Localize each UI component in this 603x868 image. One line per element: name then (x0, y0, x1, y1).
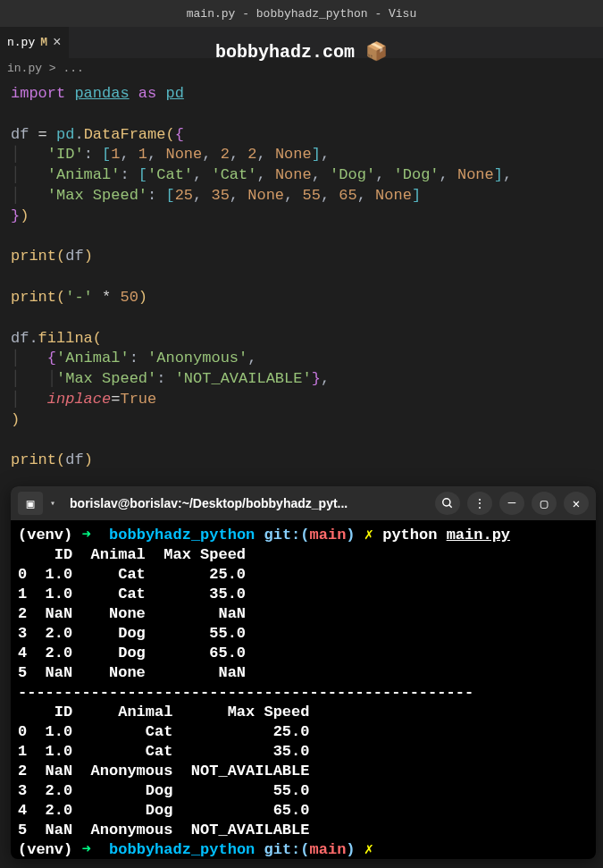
terminal-title: borislav@borislav:~/Desktop/bobbyhadz_py… (63, 496, 428, 510)
search-button[interactable] (435, 492, 460, 515)
close-button[interactable]: ✕ (564, 492, 589, 515)
svg-point-0 (443, 499, 450, 506)
watermark: bobbyhadz.com 📦 (215, 40, 388, 63)
minimize-button[interactable]: ─ (499, 492, 524, 515)
title-bar: main.py - bobbyhadz_python - Visu (0, 0, 603, 27)
terminal-window: ▣ ▾ borislav@borislav:~/Desktop/bobbyhad… (11, 486, 596, 859)
search-icon (441, 497, 454, 510)
menu-button[interactable]: ⋮ (467, 492, 492, 515)
maximize-button[interactable]: ▢ (532, 492, 557, 515)
terminal-header: ▣ ▾ borislav@borislav:~/Desktop/bobbyhad… (11, 486, 596, 520)
tab-main-py[interactable]: n.py M × (0, 27, 69, 58)
code-editor[interactable]: import pandas as pd df = pd.DataFrame({ … (0, 79, 603, 476)
close-icon[interactable]: × (53, 35, 62, 51)
title-text: main.py - bobbyhadz_python - Visu (187, 7, 416, 21)
dropdown-icon[interactable]: ▾ (50, 498, 55, 509)
tab-modified-indicator: M (40, 36, 47, 49)
tab-name: n.py (7, 36, 35, 49)
svg-line-1 (449, 505, 452, 508)
new-tab-button[interactable]: ▣ (18, 492, 43, 515)
terminal-body[interactable]: (venv) ➜ bobbyhadz_python git:(main) ✗ p… (11, 520, 596, 859)
